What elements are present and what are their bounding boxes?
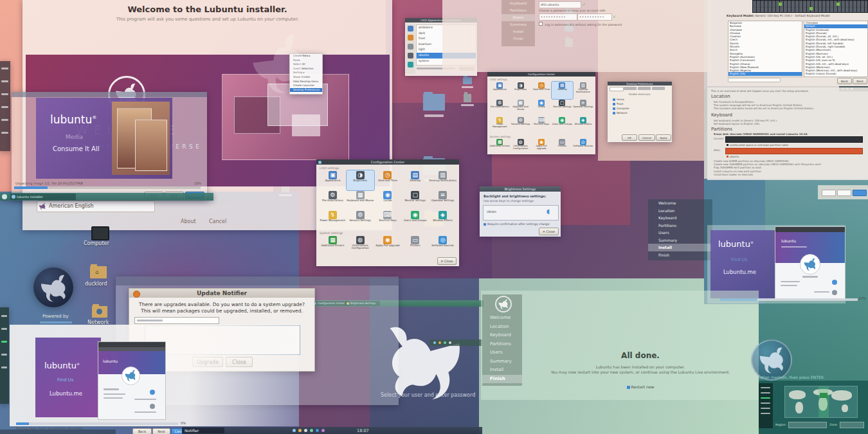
config-tool[interactable]: ▦Additional Drivers [489, 138, 510, 154]
config-tool[interactable]: ⚙Sensors Settings [347, 210, 374, 230]
sidebar-step[interactable]: Location [648, 207, 712, 215]
password-field-1[interactable]: •••••••••• [539, 14, 577, 21]
username-field[interactable]: zhh.ubuntu [539, 1, 581, 8]
sidebar-step[interactable]: Keyboard [648, 214, 712, 222]
config-tool[interactable]: ◷Date and Time [531, 82, 552, 99]
sidebar-step[interactable]: Install [502, 28, 535, 35]
config-tool[interactable]: ≡Openbox Settings [429, 190, 457, 210]
close-button[interactable]: ✕ Close [539, 228, 559, 235]
config-tool[interactable]: ▦Keyboard and Mouse [510, 99, 530, 116]
config-tool[interactable]: ▣Appearance [319, 170, 347, 190]
about-link[interactable]: About [181, 219, 196, 224]
findus-back-button[interactable]: Back [132, 428, 152, 434]
language-list[interactable]: BulgarianBurmeseCherokeeChineseCroatianC… [728, 21, 802, 77]
config-tool[interactable]: ↯Power Management [319, 210, 347, 230]
ok-button[interactable]: OK [622, 134, 637, 141]
cancel-button[interactable]: Cancel [638, 134, 655, 141]
config-tool[interactable]: ◉Apply Full upgrade [374, 235, 402, 253]
sidebar-step[interactable]: Summary [648, 237, 712, 244]
sidebar-step[interactable]: Install [482, 366, 522, 375]
home-folder-icon[interactable]: ⌂ [90, 266, 107, 278]
users-sidebar[interactable]: KeyboardPartitionsUsersSummaryInstallFin… [502, 0, 535, 46]
folder-icon[interactable] [463, 77, 472, 84]
sidebar-step[interactable]: Install [648, 244, 712, 251]
config-tool[interactable]: ⚙File Associations [489, 99, 510, 116]
taskbar-window-button[interactable]: lubuntu installer [10, 194, 76, 200]
close-button[interactable]: ✕ Close [437, 257, 457, 265]
config-tool[interactable]: ▢Monitor settings [401, 190, 429, 210]
computer-icon[interactable] [91, 226, 109, 240]
taskbar-window-notifier[interactable]: Notifier [182, 428, 224, 433]
sidebar-step[interactable]: Finish [482, 375, 522, 384]
sidebar-step[interactable]: Keyboard [482, 331, 522, 340]
apply-button[interactable]: Apply [656, 134, 671, 141]
sidebar-step[interactable]: Welcome [482, 314, 522, 323]
variant-list[interactable]: CherokeeDefaultEnglish (Colemak)English … [804, 21, 868, 77]
timezone-map[interactable] [784, 386, 858, 418]
sidebar-step[interactable]: Users [482, 348, 522, 357]
config-tool[interactable]: ◍Informations Configuration [347, 235, 374, 253]
config-tool[interactable]: ▤Desktop [552, 82, 572, 99]
computer-label[interactable]: Computer [84, 240, 109, 246]
config-tool[interactable]: ↯Power Management [489, 116, 510, 134]
sidebar-step[interactable]: Finish [648, 251, 712, 259]
sidebar-step[interactable]: Welcome [648, 199, 712, 207]
home-label[interactable]: ducklord [85, 281, 107, 287]
cancel-link[interactable]: Cancel [209, 219, 226, 224]
language-selector[interactable]: American English [37, 201, 155, 212]
appearance-category-rail[interactable] [406, 24, 415, 74]
config-tool[interactable]: ⌨Shortcut Keys [374, 210, 402, 230]
brightness-titlebar[interactable]: Brightness Settings [480, 186, 561, 192]
shortcut-option[interactable]: Home [613, 97, 667, 102]
next-button[interactable]: Next [853, 78, 867, 84]
config-tool[interactable]: ⚙Sensors Settings [510, 116, 530, 134]
back-button[interactable]: Back [837, 78, 852, 84]
config-titlebar[interactable]: Configuration Center [487, 72, 595, 77]
start-menu-icon[interactable] [2, 194, 7, 199]
keyboard-model-row[interactable]: Keyboard Model: Generic 105-key PC (intl… [727, 14, 830, 17]
config-tool[interactable]: ◷Date and Time [374, 170, 402, 190]
config-tool[interactable]: ◎Software Sources [429, 235, 457, 253]
media-titlebar[interactable] [12, 92, 207, 97]
variant-list-item[interactable]: English (classic Dvorak) [804, 72, 867, 75]
shortcut-option[interactable]: Trash [613, 102, 667, 106]
update-source-combo[interactable] [134, 317, 219, 324]
sidebar-step[interactable]: Users [502, 14, 535, 21]
region-select[interactable] [788, 422, 827, 428]
sidebar-step[interactable]: Partitions [482, 340, 522, 349]
config-tool[interactable]: ▦Additional Drivers [319, 235, 347, 253]
config-tool[interactable]: ▦Keyboard and Mouse [347, 190, 374, 210]
password-field-2[interactable]: •••••••••• [577, 14, 612, 21]
config-tool[interactable]: ◍Informations Configuration [510, 138, 530, 154]
config-tool[interactable]: ▭Printers [401, 235, 429, 253]
trash-icon[interactable] [464, 94, 471, 102]
restart-now-checkbox[interactable]: Restart now [522, 384, 759, 389]
config-tool[interactable]: ◉Users and Groups [552, 116, 572, 134]
confirm-checkbox-row[interactable]: Require confirmation after settings chan… [484, 222, 550, 226]
config-tool[interactable]: ▥Desktop Notifications [429, 170, 457, 190]
config-tool[interactable]: ◎Software Sources [573, 138, 593, 154]
config-tool[interactable]: ◑Brightness [510, 82, 530, 99]
config-tool[interactable]: ◑Brightness [347, 170, 374, 190]
sidebar-step[interactable]: Keyboard [502, 0, 535, 7]
config-tool[interactable]: ▣Appearance [489, 82, 510, 99]
config-tool[interactable]: ▭Printers [552, 138, 572, 154]
sidebar-step[interactable]: Summary [502, 21, 535, 28]
config-tool[interactable]: ▥Desktop Notifications [573, 82, 593, 99]
config-tool[interactable]: ◉Locale [374, 190, 402, 210]
update-notifier-titlebar[interactable]: Update Notifier [129, 289, 314, 298]
network-folder-icon[interactable] [92, 306, 107, 318]
autologin-row[interactable]: Log in automatically without asking for … [539, 22, 622, 26]
shortcut-option[interactable]: Computer [613, 106, 667, 111]
config-tool[interactable]: ≡Openbox Settings [573, 99, 593, 116]
config-tool[interactable]: ◉Locale [531, 99, 552, 116]
findus-next-button[interactable]: Next [152, 428, 170, 434]
sidebar-step[interactable]: Partitions [648, 222, 712, 230]
sidebar-step[interactable]: Users [648, 229, 712, 237]
sidebar-step[interactable]: Summary [482, 357, 522, 366]
folder-icon[interactable] [423, 94, 445, 111]
config-tool[interactable]: ◉Users and Groups [401, 210, 429, 230]
brightness-device-box[interactable]: VBVA0 ◖ [483, 205, 559, 221]
config-tool[interactable]: ◈Window Effects [573, 116, 593, 134]
config-titlebar[interactable]: Configuration Center [316, 159, 459, 165]
